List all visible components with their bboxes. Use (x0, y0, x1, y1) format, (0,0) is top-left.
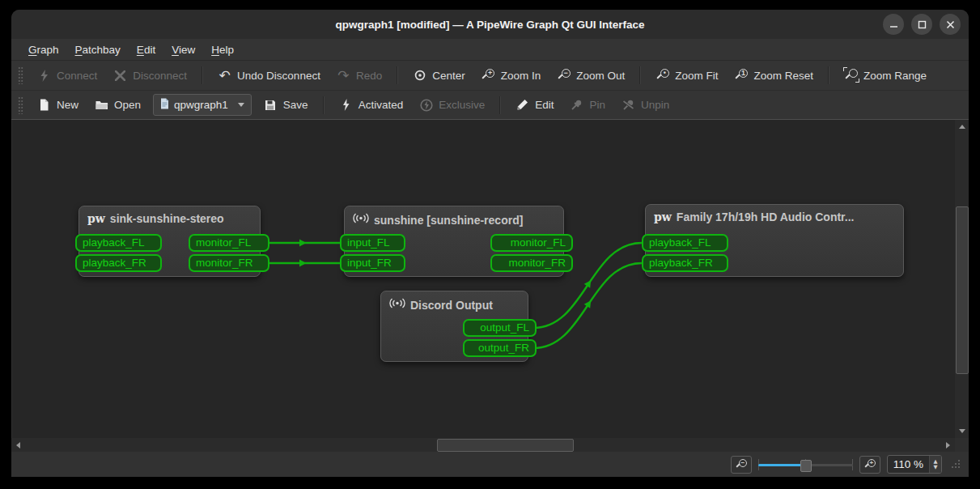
port-playback-fr[interactable]: playback_FR (642, 254, 728, 272)
menu-view[interactable]: View (164, 41, 202, 58)
scroll-left-button[interactable] (11, 438, 25, 452)
undo-disconnect-button[interactable]: ↶ Undo Disconnect (210, 65, 328, 87)
statusbar-zoom-in-button[interactable]: + (859, 456, 880, 474)
port-playback-fl[interactable]: playback_FL (642, 234, 728, 252)
redo-icon: ↷ (337, 69, 350, 83)
open-button[interactable]: Open (87, 94, 148, 116)
open-folder-icon (95, 98, 108, 112)
toolbar-separator (323, 96, 325, 114)
disconnect-button[interactable]: Disconnect (106, 65, 194, 87)
undo-icon: ↶ (218, 69, 231, 83)
minimize-button[interactable] (883, 14, 904, 35)
new-file-icon (37, 98, 51, 112)
scroll-right-button[interactable] (941, 438, 955, 452)
toolbar-separator (639, 66, 641, 84)
window-controls (883, 14, 961, 35)
zoom-fit-icon: • (655, 69, 669, 83)
maximize-icon (918, 20, 927, 29)
toolbar-patchbay: New Open qpwgraph1 Save Activated Exclus… (11, 91, 969, 120)
vertical-scroll-thumb[interactable] (956, 206, 969, 374)
close-icon (946, 20, 955, 29)
unpin-button[interactable]: Unpin (614, 94, 677, 116)
zoom-spinbox[interactable]: 110 % ▲▼ (887, 455, 942, 474)
spin-down-icon[interactable]: ▼ (934, 465, 938, 470)
port-playback-fr[interactable]: playback_FR (75, 254, 162, 272)
link-arrow (299, 260, 307, 267)
patchbay-selector-value: qpwgraph1 (174, 99, 228, 111)
port-input-fl[interactable]: input_FL (340, 234, 405, 252)
port-output-fr[interactable]: output_FR (463, 339, 537, 357)
zoom-reset-button[interactable]: 1 Zoom Reset (728, 65, 821, 87)
vertical-scrollbar[interactable] (955, 120, 969, 438)
zoom-reset-icon: 1 (735, 69, 749, 83)
port-monitor-fl[interactable]: monitor_FL (490, 234, 573, 252)
zoom-out-icon: − (557, 69, 571, 83)
pipewire-logo: pw (654, 212, 672, 222)
zoom-slider[interactable] (758, 457, 853, 472)
zoom-fit-button[interactable]: • Zoom Fit (648, 65, 725, 87)
zoom-range-icon (844, 69, 858, 83)
statusbar: − + 110 % ▲▼ (11, 452, 969, 477)
node-title: sink-sunshine-stereo (110, 212, 224, 225)
arrow-right-icon (946, 442, 950, 449)
node-title: Discord Output (410, 299, 493, 312)
toolbar-drag-handle[interactable] (18, 96, 23, 114)
toolbar-separator (499, 96, 501, 114)
graph-canvas[interactable]: pw sink-sunshine-stereo playback_FL play… (12, 120, 955, 438)
link-arrow (299, 240, 307, 247)
statusbar-zoom-out-button[interactable]: − (731, 456, 752, 474)
resize-grip[interactable] (950, 459, 961, 470)
pin-icon (570, 98, 583, 112)
save-icon (264, 98, 278, 112)
patchbay-selector[interactable]: qpwgraph1 (153, 94, 252, 116)
activated-button[interactable]: Activated (332, 94, 411, 116)
minimize-icon (889, 20, 898, 29)
port-input-fr[interactable]: input_FR (340, 254, 405, 272)
new-button[interactable]: New (30, 94, 86, 116)
edit-pencil-icon (515, 98, 529, 112)
arrow-left-icon (16, 442, 20, 449)
menu-patchbay[interactable]: Patchbay (68, 41, 128, 58)
port-monitor-fr[interactable]: monitor_FR (189, 254, 269, 272)
link-arrow (584, 279, 594, 288)
pin-button[interactable]: Pin (562, 94, 613, 116)
center-button[interactable]: Center (405, 65, 473, 87)
save-button[interactable]: Save (257, 94, 316, 116)
zoom-range-button[interactable]: Zoom Range (837, 65, 934, 87)
spinbox-arrows[interactable]: ▲▼ (929, 456, 941, 473)
port-monitor-fr[interactable]: monitor_FR (490, 254, 573, 272)
canvas-area: pw sink-sunshine-stereo playback_FL play… (11, 120, 969, 452)
slider-handle[interactable] (800, 460, 812, 472)
toolbar-drag-handle[interactable] (18, 66, 23, 84)
arrow-down-icon (959, 429, 965, 433)
horizontal-scrollbar[interactable] (11, 438, 955, 452)
menu-graph[interactable]: Graph (21, 41, 66, 58)
zoom-in-button[interactable]: + Zoom In (474, 65, 549, 87)
edit-button[interactable]: Edit (508, 94, 561, 116)
menu-edit[interactable]: Edit (129, 41, 163, 58)
connection-links (12, 120, 955, 438)
scroll-up-button[interactable] (955, 120, 969, 134)
maximize-button[interactable] (911, 14, 932, 35)
horizontal-scroll-thumb[interactable] (437, 439, 574, 452)
menubar: Graph Patchbay Edit View Help (11, 39, 969, 61)
port-monitor-fl[interactable]: monitor_FL (189, 234, 269, 252)
connect-button[interactable]: Connect (30, 65, 104, 87)
toolbar-separator (202, 66, 203, 84)
toolbar-separator (828, 66, 829, 84)
scroll-down-button[interactable] (955, 424, 969, 438)
zoom-out-button[interactable]: − Zoom Out (549, 65, 632, 87)
activated-bolt-icon (339, 98, 353, 112)
arrow-up-icon (959, 125, 965, 129)
unpin-icon (622, 98, 635, 112)
port-playback-fl[interactable]: playback_FL (75, 234, 162, 252)
connect-icon (37, 69, 51, 83)
close-button[interactable] (940, 14, 961, 35)
app-window: qpwgraph1 [modified] — A PipeWire Graph … (11, 10, 969, 477)
redo-button[interactable]: ↷ Redo (329, 65, 389, 87)
stream-icon (389, 297, 405, 313)
exclusive-button[interactable]: Exclusive (412, 94, 492, 116)
port-output-fl[interactable]: output_FL (463, 319, 537, 337)
stream-icon (353, 212, 369, 227)
menu-help[interactable]: Help (204, 41, 241, 58)
